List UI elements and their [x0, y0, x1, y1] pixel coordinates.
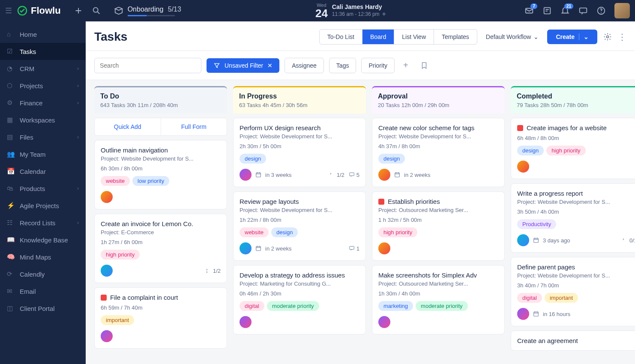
- more-icon[interactable]: ⋮: [618, 32, 626, 42]
- search-input[interactable]: [94, 58, 201, 73]
- mail-icon[interactable]: 7: [524, 6, 534, 15]
- view-tab-to-do-list[interactable]: To-Do List: [320, 30, 362, 44]
- task-card[interactable]: Define parent pagesProject: Website Deve…: [511, 257, 635, 326]
- task-card[interactable]: Review page layoutsProject: Website Deve…: [233, 191, 366, 261]
- sidebar-item-knowledge-base[interactable]: 📖Knowledge Base: [0, 231, 86, 248]
- tag[interactable]: website: [240, 227, 269, 237]
- gear-icon[interactable]: [603, 33, 612, 41]
- assignee-avatar[interactable]: [240, 169, 252, 181]
- create-button[interactable]: Create ⌄: [547, 30, 597, 44]
- tag[interactable]: design: [517, 146, 544, 155]
- sidebar-item-crm[interactable]: ◔CRM›: [0, 60, 86, 77]
- priority-dot-icon: [378, 199, 384, 205]
- menu-icon[interactable]: ☰: [5, 6, 12, 15]
- task-card[interactable]: Establish prioritiesProject: Outsourced …: [372, 191, 505, 261]
- filter-assignee[interactable]: Assignee: [285, 58, 324, 73]
- add-filter-icon[interactable]: +: [400, 57, 412, 74]
- assignee-avatar[interactable]: [101, 191, 113, 203]
- sidebar-item-finance[interactable]: ⚙Finance›: [0, 94, 86, 111]
- filter-priority[interactable]: Priority: [361, 58, 395, 73]
- sidebar-item-record-lists[interactable]: ☷Record Lists›: [0, 214, 86, 231]
- tag[interactable]: design: [240, 154, 266, 164]
- task-card[interactable]: Create an agreement: [511, 331, 635, 351]
- tag[interactable]: digital: [240, 301, 264, 311]
- calendar-icon: [394, 171, 401, 178]
- assignee-avatar[interactable]: [101, 330, 113, 342]
- tag[interactable]: design: [271, 227, 298, 237]
- task-card[interactable]: File a complaint in court6h 59m / 7h 40m…: [94, 287, 227, 349]
- view-tab-list-view[interactable]: List View: [394, 30, 434, 44]
- filter-chip[interactable]: Unsaved Filter ✕: [207, 58, 279, 73]
- assignee-avatar[interactable]: [378, 169, 390, 181]
- phone-count: 0/1: [622, 237, 635, 244]
- tag[interactable]: moderate priority: [267, 301, 319, 311]
- quick-add-button[interactable]: Quick Add: [95, 118, 161, 135]
- tag[interactable]: important: [101, 315, 134, 325]
- sidebar-item-projects[interactable]: ⬡Projects›: [0, 77, 86, 94]
- task-card[interactable]: Create images for a website6h 48m / 8h 0…: [511, 118, 635, 179]
- assignee-avatar[interactable]: [517, 161, 529, 173]
- add-icon[interactable]: [74, 6, 83, 15]
- close-icon[interactable]: ✕: [267, 62, 273, 69]
- sidebar-item-calendar[interactable]: 📅Calendar: [0, 163, 86, 180]
- calendar-icon: [255, 171, 262, 178]
- sidebar-item-files[interactable]: ▤Files›: [0, 128, 86, 146]
- chevron-right-icon: ›: [77, 185, 79, 191]
- tag[interactable]: low priority: [132, 176, 169, 186]
- search-icon[interactable]: [92, 6, 101, 15]
- sidebar-item-agile-projects[interactable]: ⚡Agile Projects: [0, 197, 86, 214]
- sidebar-item-mind-maps[interactable]: 🧠Mind Maps: [0, 248, 86, 266]
- help-icon[interactable]: [596, 6, 606, 15]
- bell-icon[interactable]: 21: [560, 6, 570, 15]
- sidebar-item-tasks[interactable]: ☑Tasks: [0, 43, 86, 60]
- logo[interactable]: Flowlu: [17, 5, 61, 16]
- sidebar-item-my-team[interactable]: 👥My Team: [0, 146, 86, 163]
- assignee-avatar[interactable]: [240, 316, 252, 328]
- sidebar-item-email[interactable]: ✉Email: [0, 283, 86, 300]
- task-card[interactable]: Create new color scheme for tagsProject:…: [372, 118, 505, 187]
- assignee-avatar[interactable]: [517, 308, 529, 320]
- sidebar-item-home[interactable]: ⌂Home: [0, 26, 86, 43]
- sidebar-item-workspaces[interactable]: ▦Workspaces: [0, 111, 86, 128]
- full-form-button[interactable]: Full Form: [161, 118, 227, 135]
- tag[interactable]: digital: [517, 293, 542, 303]
- tag[interactable]: moderate priority: [416, 301, 468, 311]
- sidebar-item-client-portal[interactable]: ◫Client Portal: [0, 300, 86, 317]
- tag[interactable]: design: [378, 154, 405, 164]
- tag[interactable]: important: [545, 293, 578, 303]
- task-card[interactable]: Write a progress reportProject: Website …: [511, 183, 635, 253]
- column-in-progress: In Progress 63 Tasks 4h 45m / 30h 56mPer…: [233, 86, 366, 358]
- assignee-avatar[interactable]: [517, 234, 529, 246]
- task-card[interactable]: Outline main navigationProject: Website …: [94, 140, 227, 209]
- sidebar-item-calendly[interactable]: ⟳Calendly: [0, 266, 86, 283]
- tag[interactable]: high priority: [546, 146, 585, 155]
- chat-icon[interactable]: [578, 6, 588, 15]
- assignee-avatar[interactable]: [378, 316, 390, 328]
- sidebar-item-products[interactable]: 🛍Products›: [0, 180, 86, 197]
- assignee-avatar[interactable]: [240, 242, 252, 254]
- card-footer: [240, 316, 359, 328]
- card-project: Project: Website Development for S...: [240, 207, 359, 213]
- assignee-avatar[interactable]: [378, 242, 390, 254]
- task-card[interactable]: Develop a strategy to address issuesProj…: [233, 265, 366, 334]
- tag[interactable]: high priority: [101, 250, 140, 260]
- card-footer: [378, 316, 498, 328]
- task-card[interactable]: Perform UX design researchProject: Websi…: [233, 118, 366, 187]
- task-card[interactable]: Create an invoice for Lemon Co.Project: …: [94, 214, 227, 283]
- onboarding-widget[interactable]: Onboarding 5/13: [114, 6, 181, 16]
- view-tab-templates[interactable]: Templates: [434, 30, 477, 44]
- note-icon[interactable]: [542, 6, 552, 15]
- tag[interactable]: website: [101, 176, 130, 186]
- add-time-icon[interactable]: +: [382, 10, 386, 18]
- assignee-avatar[interactable]: [101, 265, 113, 277]
- tag[interactable]: marketing: [378, 301, 413, 311]
- tag[interactable]: Productivity: [517, 219, 556, 229]
- view-tab-board[interactable]: Board: [362, 30, 394, 44]
- filter-tags[interactable]: Tags: [329, 58, 356, 73]
- tag[interactable]: high priority: [378, 227, 417, 237]
- task-card[interactable]: Make screenshots for Simplex AdvProject:…: [372, 265, 505, 334]
- workflow-select[interactable]: Default Workflow ⌄: [486, 33, 539, 40]
- bookmark-icon[interactable]: [417, 58, 431, 73]
- filter-icon: [213, 62, 220, 69]
- user-avatar[interactable]: [614, 3, 630, 18]
